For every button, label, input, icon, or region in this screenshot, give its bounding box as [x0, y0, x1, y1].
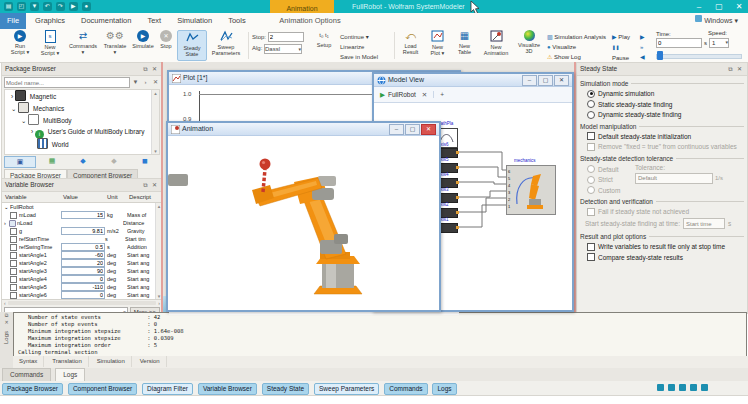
save-in-model-button[interactable]: Save in Model	[340, 52, 392, 62]
checkbox-icon[interactable]	[587, 132, 595, 140]
model-view-titlebar[interactable]: Model View – ▢ ✕	[374, 74, 572, 87]
collapse-all-icon[interactable]: ✕	[151, 77, 160, 88]
redo-icon[interactable]: ↷	[56, 2, 65, 11]
expand-icon[interactable]: ›	[11, 93, 13, 100]
windows-menu[interactable]: Windows ▾	[693, 13, 738, 29]
plot-checkbox[interactable]	[10, 212, 17, 219]
value-input[interactable]	[61, 291, 105, 299]
tab-fullrobot[interactable]: FullRobot	[388, 91, 416, 98]
expand-all-icon[interactable]: ›	[141, 77, 150, 88]
tab-syntax[interactable]: Syntax	[13, 356, 44, 367]
undo-icon[interactable]: ↶	[43, 2, 52, 11]
setup-button[interactable]: t₀ t₁ Setup	[312, 30, 336, 48]
table-row[interactable]: › nLoad Distance	[2, 219, 162, 227]
radio-icon[interactable]	[587, 90, 595, 98]
record-icon[interactable]: ●	[82, 2, 91, 11]
value-input[interactable]	[61, 251, 105, 259]
pause-button[interactable]: ❚❚ Pause	[612, 42, 638, 63]
simulate-button[interactable]: ▶ Simulate	[130, 30, 156, 49]
diamond-blue-button[interactable]: ◆	[68, 156, 98, 168]
status-icon[interactable]	[668, 384, 675, 391]
time-slider[interactable]	[656, 54, 742, 59]
new-script-button[interactable]: s New Script ▾	[36, 30, 64, 56]
maximize-button[interactable]: ▢	[538, 75, 553, 86]
plot-checkbox[interactable]	[10, 260, 17, 267]
plot-checkbox[interactable]	[10, 228, 17, 235]
maximize-button[interactable]: ▢	[710, 0, 728, 13]
tab-simulation[interactable]: Simulation	[170, 13, 219, 29]
close-panel-icon[interactable]: ✕	[150, 179, 159, 191]
table-row[interactable]: g m/s2 Gravity	[2, 227, 162, 235]
col-unit[interactable]: Unit	[107, 192, 129, 202]
statusbar-chip-variable-browser[interactable]: Variable Browser	[198, 383, 257, 395]
time-input[interactable]	[656, 38, 702, 48]
float-panel-icon[interactable]: ⧉	[141, 179, 150, 191]
collapse-icon[interactable]: ⌄	[21, 117, 26, 124]
close-panel-icon[interactable]: ✕	[150, 63, 159, 75]
radio-dynamic-simulation[interactable]: Dynamic simulation	[587, 90, 747, 98]
tab-graphics[interactable]: Graphics	[28, 13, 72, 29]
open-file-icon[interactable]: ◰	[17, 2, 26, 11]
play-button[interactable]: ▶ Play	[612, 32, 638, 42]
tab-version[interactable]: Version	[134, 356, 167, 367]
status-icon[interactable]	[701, 384, 708, 391]
new-file-icon[interactable]: ▤	[4, 2, 13, 11]
scroll-up-icon[interactable]: ▴	[152, 90, 159, 96]
checkbox-icon[interactable]	[587, 253, 595, 261]
stop-time-input[interactable]	[268, 32, 304, 42]
statusbar-chip-diagram-filter[interactable]: Diagram Filter	[142, 383, 193, 395]
statusbar-chip-sweep-parameters[interactable]: Sweep Parameters	[314, 383, 379, 395]
float-panel-icon[interactable]: ⧉	[0, 312, 13, 319]
minimize-button[interactable]: –	[690, 0, 708, 13]
table-row[interactable]: ⌄ FullRobot	[2, 203, 162, 211]
new-animation-button[interactable]: New Animation	[479, 30, 513, 56]
step-back-button[interactable]: ◀	[640, 52, 652, 62]
table-row[interactable]: mLoad kg Mass of	[2, 211, 162, 219]
plot-checkbox[interactable]	[10, 236, 17, 243]
visualize-button[interactable]: ● Visualize	[547, 42, 609, 52]
plot-checkbox[interactable]	[10, 268, 17, 275]
model-search-input[interactable]	[4, 77, 130, 88]
checkbox-icon[interactable]	[587, 243, 595, 251]
table-row[interactable]: refStartTime s Start tim	[2, 235, 162, 243]
status-icon[interactable]	[657, 384, 664, 391]
mechanics-block[interactable]: 654 321	[506, 165, 556, 215]
time-slider-thumb[interactable]	[657, 51, 663, 60]
new-plot-button[interactable]: New Plot ▾	[425, 30, 450, 56]
table-row[interactable]: startAngle3 deg Start ang	[2, 267, 162, 275]
tree-item-multibody[interactable]: ⌄ MultiBody	[5, 114, 159, 126]
plot-checkbox[interactable]	[10, 284, 17, 291]
collapse-icon[interactable]: ⌄	[11, 105, 16, 112]
filter-funnel-icon[interactable]: ▼	[131, 77, 140, 88]
close-tab-icon[interactable]: ✕	[422, 91, 427, 99]
model-run-icon[interactable]: ▶	[380, 91, 385, 99]
close-button[interactable]: ✕	[421, 124, 436, 135]
float-panel-icon[interactable]: ⧉	[141, 63, 150, 75]
statusbar-chip-steady-state[interactable]: Steady State	[262, 383, 309, 395]
algorithm-select[interactable]: Dassl ▾	[264, 44, 302, 54]
tab-text[interactable]: Text	[140, 13, 168, 29]
variable-hscrollbar[interactable]: ‹ ›	[2, 299, 162, 306]
console-log[interactable]: Number of state events : 42 Number of st…	[13, 312, 747, 358]
tree-item-mechanics[interactable]: ⌄ Mechanics	[5, 102, 159, 114]
tab-translation[interactable]: Translation	[46, 356, 88, 367]
class-view-button[interactable]: ▣	[4, 156, 36, 168]
sweep-parameters-button[interactable]: Sweep Parameters	[207, 30, 245, 56]
new-table-button[interactable]: ▦ New Table	[452, 30, 477, 55]
tree-item-world[interactable]: World	[5, 138, 159, 150]
col-variable[interactable]: Variable	[2, 192, 63, 202]
scroll-left-icon[interactable]: ‹	[2, 300, 6, 306]
speed-select[interactable]: 1 ▾	[709, 38, 729, 48]
col-description[interactable]: Descript	[129, 192, 157, 202]
tab-tools[interactable]: Tools	[221, 13, 253, 29]
axis-block[interactable]	[438, 223, 458, 233]
square-blue-button[interactable]: ◼	[130, 156, 160, 168]
tab-animation-options[interactable]: Animation Options	[270, 13, 350, 29]
status-icon[interactable]	[690, 384, 697, 391]
splitter-left[interactable]	[161, 62, 163, 312]
expand-icon[interactable]: ›	[2, 220, 9, 226]
skip-back-button[interactable]: ▶	[640, 32, 652, 42]
checkbox-default-initialization[interactable]: Default steady-state initialization	[587, 132, 747, 140]
translate-button[interactable]: ⚙⚙ Translate ▾	[100, 30, 130, 55]
tab-logs[interactable]: Logs	[55, 368, 85, 381]
